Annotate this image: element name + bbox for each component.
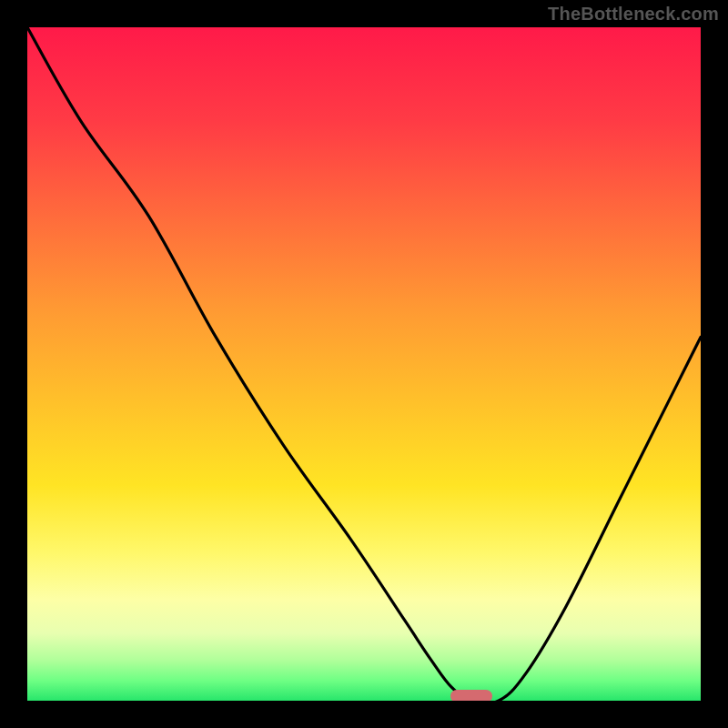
chart-frame: TheBottleneck.com: [0, 0, 728, 728]
plot-area: [27, 27, 701, 701]
optimal-marker-pill: [450, 690, 492, 701]
bottleneck-curve: [27, 27, 701, 701]
watermark-text: TheBottleneck.com: [548, 4, 719, 25]
